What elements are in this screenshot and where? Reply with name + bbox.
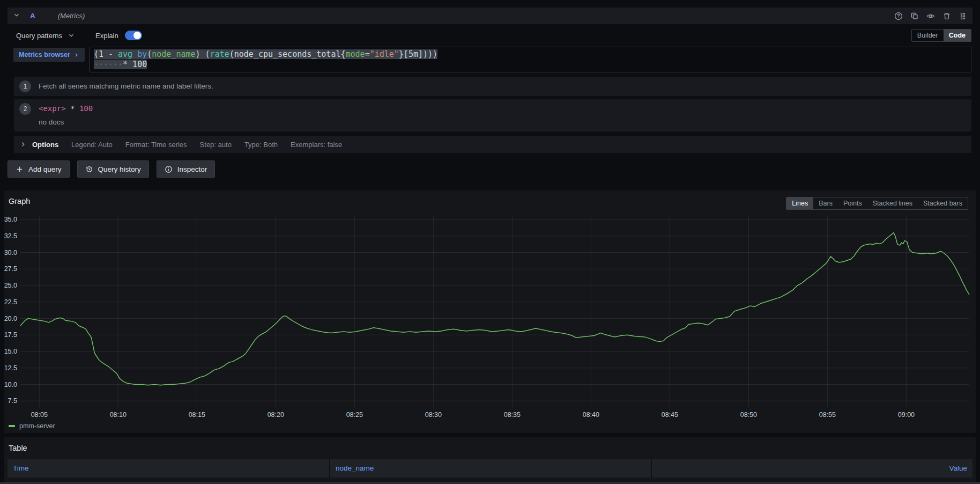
table-column-time[interactable]: Time	[8, 459, 329, 478]
axis-tick-label: 08:10	[110, 411, 127, 419]
axis-tick-label: 12.5	[4, 364, 17, 372]
code-token: ) (	[196, 49, 210, 59]
copy-icon[interactable]	[910, 12, 919, 20]
options-title[interactable]: Options	[32, 141, 58, 149]
options-meta-item: Type: Both	[244, 141, 278, 149]
axis-tick-label: 08:05	[31, 411, 48, 419]
code-token: }[5m])))	[399, 49, 437, 59]
inspector-button[interactable]: Inspector	[157, 160, 216, 178]
axis-tick-label: 30.0	[4, 249, 17, 256]
metrics-browser-label: Metrics browser	[19, 51, 70, 58]
graph-panel-header: Graph LinesBarsPointsStacked linesStacke…	[4, 190, 976, 212]
builder-mode-button[interactable]: Builder	[912, 30, 944, 41]
axis-tick-label: 32.5	[4, 232, 17, 240]
plus-icon	[16, 165, 24, 173]
step-2-docs: no docs	[39, 116, 93, 128]
axis-tick-label: 22.5	[4, 298, 17, 306]
explain-step-1: 1 Fetch all series matching metric name …	[14, 77, 971, 96]
query-history-label: Query history	[98, 165, 141, 173]
explain-step-2: 2 <expr> * 100 no docs	[14, 99, 971, 131]
axis-tick-label: 08:25	[346, 411, 363, 419]
table-column-value[interactable]: Value	[651, 459, 972, 478]
collapse-query-chevron-icon[interactable]	[13, 11, 20, 21]
axis-tick-label: 7.5	[8, 397, 17, 405]
code-token: (	[147, 49, 152, 59]
graph-panel-title: Graph	[9, 197, 30, 206]
code-token: by	[137, 49, 147, 59]
query-patterns-dropdown[interactable]: Query patterns	[16, 32, 75, 40]
query-toolbar: Query patterns Explain Builder Code	[16, 28, 971, 42]
chart-legend: pmm-server	[4, 420, 976, 431]
query-ref-id[interactable]: A	[30, 12, 35, 20]
table-panel-title: Table	[4, 437, 976, 458]
options-meta-item: Exemplars: false	[291, 141, 342, 149]
graph-panel: Graph LinesBarsPointsStacked linesStacke…	[4, 190, 976, 433]
query-history-button[interactable]: Query history	[77, 160, 149, 178]
info-circle-icon	[165, 165, 173, 173]
code-mode-button[interactable]: Code	[944, 30, 971, 41]
explain-toggle[interactable]	[125, 31, 142, 40]
table-column-node-name[interactable]: node_name	[329, 459, 651, 478]
axis-tick-label: 08:55	[819, 411, 836, 419]
help-icon[interactable]	[894, 12, 903, 20]
code-token	[132, 49, 137, 59]
axis-tick-label: 17.5	[4, 331, 17, 339]
graph-mode-points[interactable]: Points	[838, 197, 867, 209]
editor-mode-group: Builder Code	[911, 29, 971, 42]
whitespace-dots: ······	[94, 60, 123, 69]
grafana-explore-screen: A (Metrics) Query patterns	[0, 0, 980, 484]
code-line-2-text: * 100	[123, 60, 147, 69]
legend-series-name[interactable]: pmm-server	[19, 422, 55, 430]
grip-icon[interactable]	[959, 12, 967, 20]
table-panel: Table Time node_name Value	[4, 437, 976, 483]
options-meta-item: Legend: Auto	[71, 141, 113, 149]
step-1-badge: 1	[19, 80, 31, 92]
options-meta: Legend: AutoFormat: Time seriesStep: aut…	[58, 141, 342, 149]
graph-mode-bars[interactable]: Bars	[813, 197, 838, 209]
code-token: 100	[79, 104, 93, 113]
code-token: *	[66, 104, 79, 113]
code-token: (node_cpu_seconds_total{	[229, 49, 346, 59]
axis-tick-label: 15.0	[4, 348, 17, 355]
query-row-header: A (Metrics)	[8, 8, 972, 24]
code-token: "idle"	[370, 49, 399, 59]
inspector-label: Inspector	[177, 165, 207, 173]
code-line-1: (1 - avg by(node_name) (rate(node_cpu_se…	[94, 49, 967, 60]
axis-tick-label: 27.5	[4, 265, 17, 273]
history-icon	[85, 165, 93, 173]
code-token: <expr>	[39, 104, 66, 113]
code-line-2: ······* 100	[94, 60, 967, 70]
add-query-button[interactable]: Add query	[8, 160, 70, 178]
step-2-badge: 2	[19, 103, 31, 115]
chevron-right-icon	[19, 141, 27, 148]
trash-icon[interactable]	[942, 12, 951, 20]
table-header-row: Time node_name Value	[8, 459, 972, 478]
eye-icon[interactable]	[926, 12, 935, 20]
promql-code-editor[interactable]: (1 - avg by(node_name) (rate(node_cpu_se…	[89, 47, 971, 72]
axis-tick-label: 08:30	[425, 411, 442, 419]
legend-series-marker	[9, 425, 15, 427]
chevron-down-icon	[68, 32, 75, 39]
actions-row: Add query Query history Inspector	[8, 160, 972, 178]
axis-tick-label: 08:45	[662, 411, 678, 419]
graph-mode-stacked-lines[interactable]: Stacked lines	[867, 197, 918, 209]
graph-mode-stacked-bars[interactable]: Stacked bars	[918, 197, 968, 209]
query-patterns-label: Query patterns	[16, 32, 62, 40]
code-token: =	[365, 49, 370, 59]
explain-label: Explain	[95, 32, 118, 40]
axis-tick-label: 08:40	[583, 411, 599, 419]
axis-tick-label: 20.0	[4, 315, 17, 322]
axis-tick-label: 08:35	[504, 411, 521, 419]
series-line-pmm-server	[20, 233, 969, 385]
axis-tick-label: 08:20	[268, 411, 284, 419]
graph-mode-lines[interactable]: Lines	[786, 197, 813, 209]
time-series-chart[interactable]: 7.510.012.515.017.520.022.525.027.530.03…	[4, 212, 976, 420]
step-2-expression: <expr> * 100	[39, 102, 93, 114]
code-token: (1 -	[94, 49, 118, 59]
add-query-label: Add query	[28, 165, 62, 173]
metrics-browser-button[interactable]: Metrics browser	[13, 48, 85, 62]
datasource-hint: (Metrics)	[58, 12, 85, 20]
options-row[interactable]: Options Legend: AutoFormat: Time seriesS…	[14, 136, 971, 153]
options-meta-item: Format: Time series	[125, 141, 187, 149]
code-token: rate	[210, 49, 229, 59]
